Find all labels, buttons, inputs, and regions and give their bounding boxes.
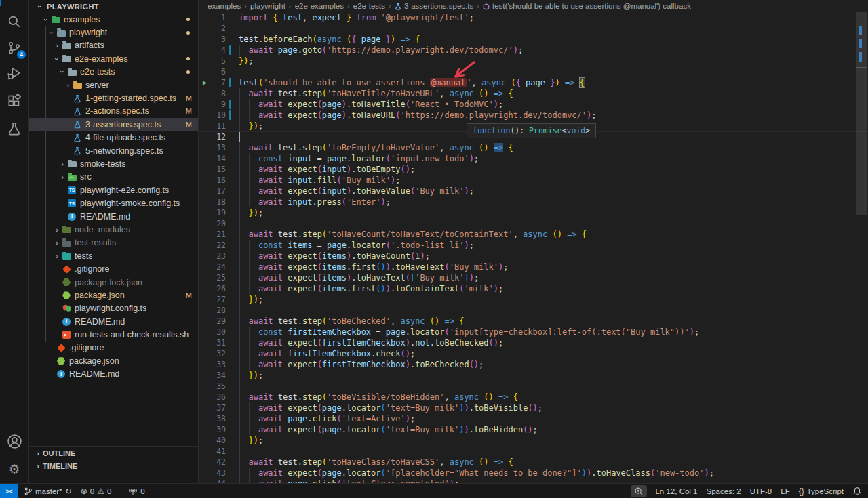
code-line[interactable]: 7▶test('should be able to use assertions… (199, 77, 868, 88)
code-line[interactable]: 37 await expect(page.locator('text=Buy m… (199, 402, 868, 413)
tree-item[interactable]: ›iREADME.md (29, 368, 198, 381)
code-line[interactable]: 27 }); (199, 294, 868, 305)
code-line[interactable]: 29 await test.step('toBeChecked', async … (199, 316, 868, 327)
search-icon[interactable] (0, 9, 28, 34)
tree-item[interactable]: ›TSplaywright-e2e.config.ts (29, 184, 198, 196)
tree-item[interactable]: ›e2e-examples (29, 52, 198, 65)
code-line[interactable]: 33 await expect(firstItemCheckbox).toBeC… (199, 359, 868, 370)
outline-section[interactable]: › OUTLINE (29, 446, 198, 459)
hex-icon (62, 278, 71, 287)
tree-item[interactable]: ›>_run-tests-and-check-results.sh (29, 328, 198, 341)
code-line[interactable]: 19 }); (199, 207, 868, 218)
eol-status[interactable]: LF (781, 487, 789, 495)
code-line[interactable]: 21 await test.step('toHaveCount/toHaveTe… (199, 229, 868, 240)
breadcrumb-item[interactable]: e2e-examples (295, 2, 344, 10)
code-line[interactable]: 42 await test.step('toHaveClass/toHaveCS… (199, 457, 868, 468)
code-line[interactable]: 6 (199, 66, 868, 77)
tree-item[interactable]: ›node_modules (29, 223, 198, 236)
cursor-position-status[interactable]: Ln 12, Col 1 (655, 487, 697, 495)
code-line[interactable]: 41 (199, 446, 868, 457)
run-test-button[interactable]: ▶ (203, 77, 207, 88)
code-line[interactable]: 40 }); (199, 435, 868, 446)
tree-item[interactable]: ›4-file-uploads.spec.ts (29, 131, 198, 144)
tree-item[interactable]: ›iREADME.md (29, 315, 198, 328)
code-line[interactable]: 16 await input.fill('Buy milk'); (199, 175, 868, 186)
code-line[interactable]: 25 await expect(items).toHaveText(['Buy … (199, 272, 868, 283)
zoom-icon[interactable] (631, 485, 647, 497)
code-line[interactable]: 24 await expect(items.first()).toHaveTex… (199, 262, 868, 272)
remote-indicator[interactable]: >< (0, 484, 18, 498)
tree-item[interactable]: ›artifacts (29, 39, 198, 52)
tree-item[interactable]: ›3-assertions.spec.tsM (29, 118, 198, 131)
tree-item[interactable]: ›package.json (29, 354, 198, 367)
code-line[interactable]: 13 await test.step('toBeEmpty/toHaveValu… (199, 142, 868, 153)
timeline-section[interactable]: › TIMELINE (29, 459, 198, 472)
code-line[interactable]: 18 await input.press('Enter'); (199, 196, 868, 207)
code-line[interactable]: 15 await expect(input).toBeEmpty(); (199, 164, 868, 175)
code-line[interactable]: 36 await test.step('toBeVisible/toBeHidd… (199, 392, 868, 402)
source-control-icon[interactable]: 4 (0, 36, 28, 60)
indentation-status[interactable]: Spaces: 2 (706, 487, 741, 495)
code-line[interactable]: 35 (199, 381, 868, 392)
account-icon[interactable] (0, 429, 28, 453)
tree-item[interactable]: ›TSplaywright-smoke.config.ts (29, 196, 198, 209)
code-line[interactable]: 43 await expect(page.locator('[placehold… (199, 468, 868, 478)
code-line[interactable]: 5}); (199, 56, 868, 66)
run-debug-icon[interactable] (0, 61, 28, 85)
code-line[interactable]: 31 await expect(firstItemCheckbox).not.t… (199, 337, 868, 348)
tree-item[interactable]: ›</>src (29, 171, 198, 184)
breadcrumb-item[interactable]: e2e-tests (353, 2, 385, 10)
code-line[interactable]: 34 }); (199, 370, 868, 381)
breadcrumb-symbol[interactable]: test('should be able to use assertions @… (483, 2, 691, 10)
code-line[interactable]: 17 await expect(input).toHaveValue('Buy … (199, 186, 868, 196)
tree-item[interactable]: ›test-results (29, 236, 198, 249)
code-token: = (312, 154, 327, 163)
breadcrumb-item[interactable]: playwright (250, 2, 285, 10)
problems-status[interactable]: ⊗ 0 ⚠ 0 (81, 486, 112, 496)
code-line[interactable]: 9 await expect(page).toHaveTitle('React … (199, 99, 868, 110)
code-line[interactable]: 2 (199, 23, 868, 34)
git-branch-status[interactable]: master* ↻ (24, 486, 72, 496)
extensions-icon[interactable] (0, 89, 28, 113)
tree-item[interactable]: ›.gitignore (29, 341, 198, 354)
breadcrumb-item[interactable]: examples (208, 2, 241, 10)
tree-item[interactable]: ›iREADME.md (29, 210, 198, 223)
explorer-section-header[interactable]: › PLAYWRIGHT (29, 0, 198, 13)
breadcrumb-file[interactable]: 3-assertions.spec.ts (395, 2, 473, 10)
tree-item[interactable]: ›playwright (29, 26, 198, 39)
code-line[interactable]: 28 (199, 305, 868, 316)
code-line[interactable]: 20 (199, 218, 868, 229)
tree-item[interactable]: ›smoke-tests (29, 157, 198, 170)
tree-item[interactable]: ›examples (29, 13, 198, 26)
code-line[interactable]: 4 await page.goto('https://demo.playwrig… (199, 45, 868, 56)
tree-item[interactable]: ›5-networking.spec.ts (29, 144, 198, 157)
testing-icon[interactable] (0, 117, 28, 141)
code-line[interactable]: 14 const input = page.locator('input.new… (199, 153, 868, 164)
code-line[interactable]: 22 const items = page.locator('.todo-lis… (199, 240, 868, 251)
code-line[interactable]: 23 await expect(items).toHaveCount(1); (199, 251, 868, 262)
code-line[interactable]: 38 await page.click('text=Active'); (199, 413, 868, 424)
tree-item[interactable]: ›e2e-tests (29, 66, 198, 79)
tree-item[interactable]: ›.gitignore (29, 262, 198, 275)
tree-item[interactable]: ›1-getting-started.spec.tsM (29, 91, 198, 104)
code-line[interactable]: 30 const firstItemCheckbox = page.locato… (199, 327, 868, 337)
settings-gear-icon[interactable]: ⚙ (0, 457, 28, 481)
ports-status[interactable]: 0 (128, 486, 144, 495)
language-mode-status[interactable]: {} TypeScript (799, 486, 844, 496)
tree-item[interactable]: ›package-lock.json (29, 276, 198, 289)
code-line[interactable]: 32 await firstItemCheckbox.check(); (199, 348, 868, 359)
encoding-status[interactable]: UTF-8 (750, 487, 772, 495)
tree-item[interactable]: ›playwright.config.ts (29, 302, 198, 315)
tree-item[interactable]: ›package.jsonM (29, 289, 198, 302)
tree-item[interactable]: ›tests (29, 249, 198, 262)
tree-item[interactable]: ›server (29, 79, 198, 91)
code-line[interactable]: 26 await expect(items.first()).toContain… (199, 283, 868, 294)
notifications-bell-icon[interactable] (852, 486, 862, 496)
code-line[interactable]: 3test.beforeEach(async ({ page }) => { (199, 34, 868, 45)
code-line[interactable]: 8 await test.step('toHaveTitle/toHaveURL… (199, 88, 868, 99)
code-line[interactable]: 10 await expect(page).toHaveURL('https:/… (199, 110, 868, 121)
tree-item[interactable]: ›2-actions.spec.tsM (29, 105, 198, 118)
code-area[interactable]: 1import { test, expect } from '@playwrig… (199, 12, 868, 484)
code-line[interactable]: 1import { test, expect } from '@playwrig… (199, 12, 868, 23)
code-line[interactable]: 39 await expect(page.locator('text=Buy m… (199, 424, 868, 435)
